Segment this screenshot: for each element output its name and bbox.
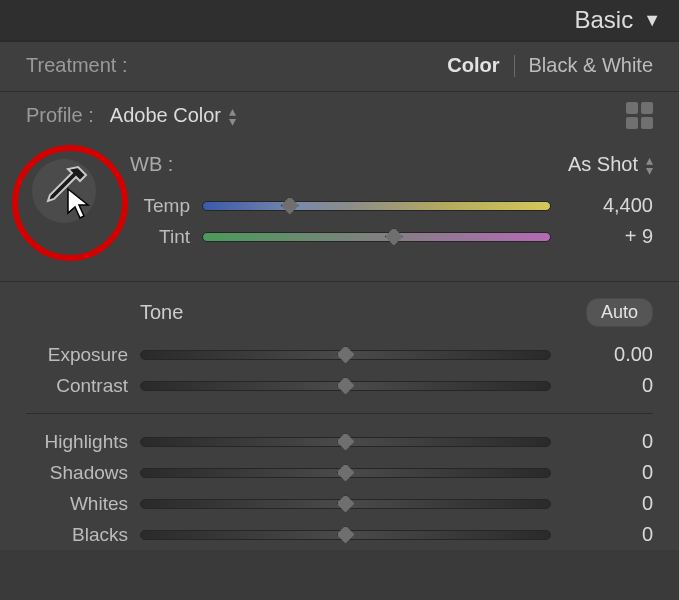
wb-label: WB : — [130, 153, 173, 176]
wb-value: As Shot — [568, 153, 638, 176]
tint-slider[interactable] — [202, 232, 551, 242]
basic-panel: Basic ▼ Treatment : Color Black & White … — [0, 0, 679, 550]
whites-label: Whites — [26, 493, 128, 515]
shadows-value[interactable]: 0 — [563, 461, 653, 484]
treatment-section: Treatment : Color Black & White — [0, 41, 679, 91]
treatment-divider — [514, 55, 515, 77]
exposure-value[interactable]: 0.00 — [563, 343, 653, 366]
collapse-triangle-icon[interactable]: ▼ — [643, 10, 661, 31]
temp-thumb[interactable] — [281, 197, 299, 215]
whites-row: Whites 0 — [26, 488, 653, 519]
updown-icon: ▴▾ — [646, 155, 653, 175]
updown-icon: ▴▾ — [229, 106, 236, 126]
profile-row: Profile : Adobe Color ▴▾ — [0, 91, 679, 141]
blacks-slider[interactable] — [140, 530, 551, 540]
profile-value: Adobe Color — [110, 104, 221, 127]
tone-header: Tone Auto — [0, 281, 679, 339]
tint-value[interactable]: + 9 — [563, 225, 653, 248]
tint-label: Tint — [130, 226, 190, 248]
exposure-label: Exposure — [26, 344, 128, 366]
treatment-label: Treatment : — [26, 54, 128, 77]
temp-value[interactable]: 4,400 — [563, 194, 653, 217]
shadows-row: Shadows 0 — [26, 457, 653, 488]
temp-label: Temp — [130, 195, 190, 217]
blacks-value[interactable]: 0 — [563, 523, 653, 546]
profile-label: Profile : — [26, 104, 94, 127]
shadows-thumb[interactable] — [337, 464, 355, 482]
treatment-bw-option[interactable]: Black & White — [529, 54, 653, 77]
blacks-row: Blacks 0 — [26, 519, 653, 550]
profile-dropdown[interactable]: Adobe Color ▴▾ — [110, 104, 236, 127]
treatment-color-option[interactable]: Color — [447, 54, 499, 77]
panel-title: Basic — [574, 6, 633, 34]
highlights-slider[interactable] — [140, 437, 551, 447]
profile-browser-icon[interactable] — [626, 102, 653, 129]
highlights-row: Highlights 0 — [26, 426, 653, 457]
highlights-label: Highlights — [26, 431, 128, 453]
panel-header[interactable]: Basic ▼ — [0, 0, 679, 41]
tone-title: Tone — [140, 301, 551, 324]
highlights-value[interactable]: 0 — [563, 430, 653, 453]
contrast-thumb[interactable] — [337, 377, 355, 395]
shadows-label: Shadows — [26, 462, 128, 484]
cursor-icon — [66, 187, 96, 221]
contrast-row: Contrast 0 — [26, 370, 653, 401]
auto-button[interactable]: Auto — [586, 298, 653, 327]
exposure-row: Exposure 0.00 — [26, 339, 653, 370]
tint-slider-row: Tint + 9 — [130, 221, 653, 252]
contrast-value[interactable]: 0 — [563, 374, 653, 397]
whites-value[interactable]: 0 — [563, 492, 653, 515]
exposure-thumb[interactable] — [337, 346, 355, 364]
wb-preset-dropdown[interactable]: As Shot ▴▾ — [568, 153, 653, 176]
contrast-label: Contrast — [26, 375, 128, 397]
divider — [26, 413, 653, 414]
wb-section: WB : As Shot ▴▾ Temp 4,400 Tint + 9 — [0, 141, 679, 271]
whites-thumb[interactable] — [337, 495, 355, 513]
temp-slider-row: Temp 4,400 — [130, 190, 653, 221]
shadows-slider[interactable] — [140, 468, 551, 478]
temp-slider[interactable] — [202, 201, 551, 211]
blacks-label: Blacks — [26, 524, 128, 546]
whites-slider[interactable] — [140, 499, 551, 509]
exposure-slider[interactable] — [140, 350, 551, 360]
blacks-thumb[interactable] — [337, 526, 355, 544]
contrast-slider[interactable] — [140, 381, 551, 391]
highlights-thumb[interactable] — [337, 433, 355, 451]
tint-thumb[interactable] — [385, 228, 403, 246]
